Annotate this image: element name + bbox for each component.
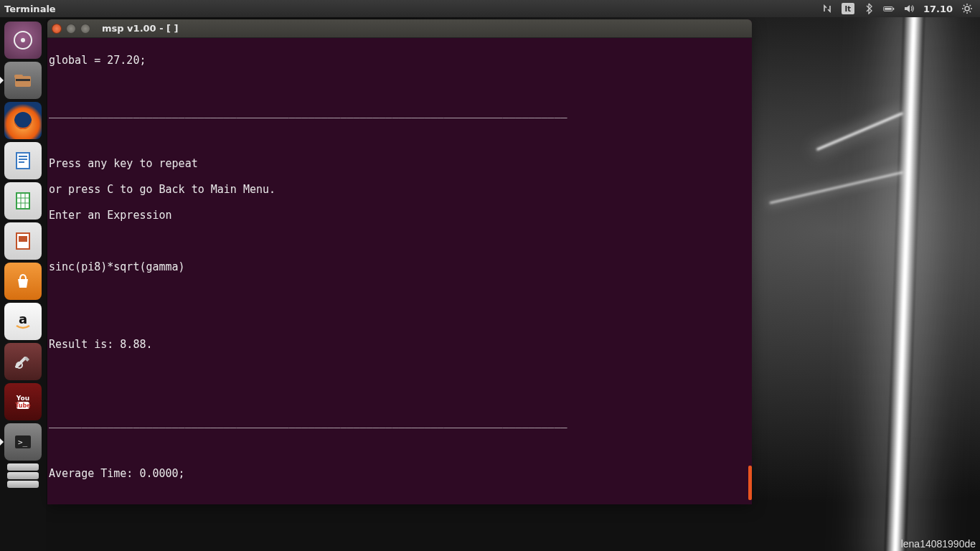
launcher-youtube[interactable]: YouTube <box>4 383 42 420</box>
term-line: Average Time: 0.0000; <box>47 467 752 480</box>
svg-rect-22 <box>17 193 29 209</box>
launcher-impress[interactable] <box>4 222 42 260</box>
launcher-writer[interactable] <box>4 142 42 179</box>
term-hr: ________________________________________… <box>47 105 752 118</box>
clock[interactable]: 17.10 <box>923 4 953 14</box>
term-line <box>47 80 752 93</box>
svg-rect-18 <box>17 153 29 169</box>
focused-app-name: Terminale <box>4 4 56 14</box>
svg-rect-19 <box>19 156 27 157</box>
window-maximize-button[interactable] <box>80 24 90 34</box>
unity-launcher: a YouTube >_ <box>0 17 46 551</box>
term-line: sinc(pi8)*sqrt(gamma) <box>47 260 752 273</box>
term-line <box>47 493 752 504</box>
term-line <box>47 131 752 144</box>
svg-point-3 <box>965 6 969 11</box>
session-gear-icon[interactable] <box>961 3 973 14</box>
launcher-files[interactable] <box>4 62 42 99</box>
svg-point-13 <box>21 38 25 42</box>
svg-rect-16 <box>16 79 30 81</box>
svg-text:a: a <box>19 311 27 326</box>
svg-line-11 <box>970 5 971 6</box>
launcher-firefox[interactable] <box>4 102 42 139</box>
launcher-trash[interactable] <box>4 463 42 488</box>
window-close-button[interactable] <box>52 24 62 34</box>
terminal-window: msp v1.00 - [ ] global = 27.20; ________… <box>47 19 752 504</box>
term-line <box>47 235 752 248</box>
term-line: Enter an Expression <box>47 209 752 222</box>
svg-rect-21 <box>19 161 24 163</box>
wallpaper-watermark: lena14081990de <box>901 538 976 550</box>
term-line <box>47 286 752 299</box>
launcher-software-center[interactable] <box>4 263 42 300</box>
terminal-scrollbar[interactable] <box>748 466 752 500</box>
term-line <box>47 364 752 377</box>
svg-line-8 <box>963 5 965 6</box>
term-line <box>47 390 752 402</box>
svg-text:>_: >_ <box>18 438 28 447</box>
window-minimize-button[interactable] <box>66 24 76 34</box>
term-hr: ________________________________________… <box>47 415 752 428</box>
terminal-body[interactable]: global = 27.20; ________________________… <box>47 38 752 504</box>
launcher-calc[interactable] <box>4 182 42 220</box>
lightning-decor <box>884 17 925 551</box>
term-line: global = 27.20; <box>47 54 752 67</box>
top-panel: Terminale It 17.10 <box>0 0 980 17</box>
term-line: or press C to go Back to Main Menu. <box>47 183 752 196</box>
svg-rect-15 <box>14 75 23 78</box>
svg-rect-2 <box>885 8 891 10</box>
term-line <box>47 441 752 454</box>
svg-rect-28 <box>19 236 27 242</box>
launcher-dash[interactable] <box>4 22 42 59</box>
svg-text:Tube: Tube <box>15 402 31 409</box>
svg-rect-20 <box>19 159 27 160</box>
bluetooth-icon[interactable] <box>863 3 875 14</box>
battery-icon[interactable] <box>883 3 895 14</box>
svg-line-10 <box>963 11 965 13</box>
svg-line-9 <box>970 11 971 13</box>
term-line: Press any key to repeat <box>47 157 752 170</box>
keyboard-layout-indicator[interactable]: It <box>842 3 854 14</box>
launcher-terminal[interactable]: >_ <box>4 423 42 461</box>
launcher-amazon[interactable]: a <box>4 303 42 340</box>
svg-text:You: You <box>16 395 29 402</box>
svg-rect-1 <box>893 8 894 10</box>
window-title: msp v1.00 - [ ] <box>102 23 179 34</box>
term-line: Result is: 8.88. <box>47 338 752 351</box>
system-tray: It 17.10 <box>821 3 973 14</box>
term-line <box>47 312 752 325</box>
launcher-settings[interactable] <box>4 343 42 380</box>
sound-icon[interactable] <box>903 3 915 14</box>
network-icon[interactable] <box>821 3 833 14</box>
terminal-titlebar[interactable]: msp v1.00 - [ ] <box>47 19 752 38</box>
